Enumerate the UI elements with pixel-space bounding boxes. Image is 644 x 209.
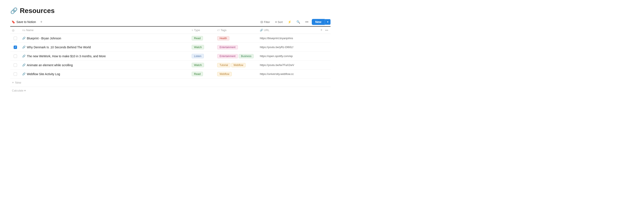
plus-icon: + xyxy=(12,81,14,84)
tags-col-icon: 🏷 xyxy=(217,29,220,32)
new-row-area: + New xyxy=(10,79,330,87)
header-check: ◎ xyxy=(10,28,20,32)
row-checkbox[interactable] xyxy=(14,45,17,49)
table-row: 🔗 Why Denmark Is .10 Seconds Behind The … xyxy=(10,43,330,52)
header-url: 🔗 URL xyxy=(258,28,318,32)
sort-icon: ≡ xyxy=(275,20,277,24)
check-circle-icon: ◎ xyxy=(12,28,14,32)
row-name-cell[interactable]: 🔗 Webflow Site Activity Log xyxy=(20,71,190,77)
calculate-label: Calculate xyxy=(12,89,24,92)
row-name: Blueprint - Bryan Johnson xyxy=(27,37,61,40)
filter-icon: ⊟ xyxy=(260,20,263,24)
header-name: Aa Name xyxy=(20,28,190,32)
new-button-group: New ▾ xyxy=(312,19,330,25)
tag-badge[interactable]: Entertainment xyxy=(217,45,238,49)
header-url-label: URL xyxy=(264,28,270,32)
type-badge[interactable]: Read xyxy=(192,72,203,76)
sort-button[interactable]: ≡ Sort xyxy=(274,19,284,24)
toolbar: 🔖 Save to Notion + ⊟ Filter ≡ Sort ⚡ 🔍 xyxy=(10,19,330,27)
link-icon: 🔗 xyxy=(22,54,26,58)
tag-badge[interactable]: Webflow xyxy=(217,72,232,76)
row-type-cell: Read xyxy=(190,35,216,42)
row-url-cell[interactable]: https://open.spotify.com/ep xyxy=(258,53,318,59)
row-checkbox[interactable] xyxy=(14,63,17,67)
add-column-button[interactable]: + xyxy=(320,28,324,32)
row-name: Animate an element while scrolling xyxy=(27,63,73,67)
type-badge[interactable]: Watch xyxy=(192,63,204,67)
row-url-cell[interactable]: https://blueprint.bryanjohns xyxy=(258,35,318,41)
header-tags: 🏷 Tags xyxy=(216,28,258,32)
row-name-cell[interactable]: 🔗 Why Denmark Is .10 Seconds Behind The … xyxy=(20,44,190,51)
toolbar-left: 🔖 Save to Notion + xyxy=(10,19,44,25)
table-header-row: ◎ Aa Name ≡ Type 🏷 Tags 🔗 URL + ••• xyxy=(10,27,330,34)
header-actions: + ••• xyxy=(318,28,330,32)
row-tags-cell: Entertainment Business xyxy=(216,53,258,60)
chevron-down-icon: ▾ xyxy=(24,89,26,92)
header-type: ≡ Type xyxy=(190,28,216,32)
new-button[interactable]: New xyxy=(312,19,325,25)
url-col-icon: 🔗 xyxy=(260,29,263,32)
table-row: 🔗 Blueprint - Bryan Johnson Read Health … xyxy=(10,34,330,43)
row-name: The new WeWork, How to make $10 in 3 mon… xyxy=(27,54,106,58)
row-checkbox-cell xyxy=(10,72,20,76)
page-header: 🔗 Resources xyxy=(10,7,330,15)
filter-label: Filter xyxy=(264,20,270,24)
save-to-notion-label: Save to Notion xyxy=(16,20,36,24)
header-name-label: Name xyxy=(26,28,34,32)
filter-button[interactable]: ⊟ Filter xyxy=(259,19,272,24)
lightning-button[interactable]: ⚡ xyxy=(286,19,293,24)
new-dropdown-button[interactable]: ▾ xyxy=(325,19,330,25)
tag-badge[interactable]: Business xyxy=(239,54,254,58)
row-tags-cell: Entertainment xyxy=(216,44,258,51)
tag-badge[interactable]: Health xyxy=(217,36,229,40)
aa-icon: Aa xyxy=(22,29,25,32)
link-icon: 🔗 xyxy=(22,72,26,76)
sort-label: Sort xyxy=(278,20,283,24)
tag-badge[interactable]: Webflow xyxy=(231,63,246,67)
header-tags-label: Tags xyxy=(221,28,226,32)
link-icon: 🔗 xyxy=(22,37,26,40)
row-name-cell[interactable]: 🔗 Animate an element while scrolling xyxy=(20,62,190,68)
type-badge[interactable]: Listen xyxy=(192,54,204,58)
type-badge[interactable]: Watch xyxy=(192,45,204,49)
table-row: 🔗 Animate an element while scrolling Wat… xyxy=(10,61,330,70)
row-checkbox-cell xyxy=(10,37,20,40)
header-type-label: Type xyxy=(194,28,200,32)
chevron-down-icon: ▾ xyxy=(327,20,328,23)
link-icon: 🔗 xyxy=(22,63,26,67)
row-name-cell[interactable]: 🔗 The new WeWork, How to make $10 in 3 m… xyxy=(20,53,190,60)
row-checkbox[interactable] xyxy=(14,54,17,58)
row-checkbox-cell xyxy=(10,54,20,58)
chain-icon: 🔗 xyxy=(10,7,18,14)
row-type-cell: Watch xyxy=(190,61,216,68)
add-view-button[interactable]: + xyxy=(39,19,44,25)
row-type-cell: Watch xyxy=(190,44,216,51)
column-more-button[interactable]: ••• xyxy=(324,28,329,32)
row-checkbox[interactable] xyxy=(14,72,17,76)
table-row: 🔗 Webflow Site Activity Log Read Webflow… xyxy=(10,70,330,79)
type-badge[interactable]: Read xyxy=(192,36,203,40)
new-row-label: New xyxy=(15,81,21,84)
more-button[interactable]: ••• xyxy=(304,19,310,24)
bookmark-icon: 🔖 xyxy=(12,20,15,24)
row-url-cell[interactable]: https://youtu.be/lw7FaX2wV xyxy=(258,62,318,68)
row-checkbox-cell xyxy=(10,63,20,67)
add-new-row-button[interactable]: + New xyxy=(10,79,23,86)
tag-badge[interactable]: Entertainment xyxy=(217,54,238,58)
row-name-cell[interactable]: 🔗 Blueprint - Bryan Johnson xyxy=(20,35,190,42)
search-icon: 🔍 xyxy=(296,20,300,24)
link-icon: 🔗 xyxy=(22,45,26,49)
ellipsis-icon: ••• xyxy=(305,20,308,24)
row-checkbox[interactable] xyxy=(14,37,17,40)
save-to-notion-button[interactable]: 🔖 Save to Notion xyxy=(10,19,37,24)
toolbar-right: ⊟ Filter ≡ Sort ⚡ 🔍 ••• New ▾ xyxy=(259,19,330,25)
row-url-cell[interactable]: https://youtu.be/yRz-Dl60Lf xyxy=(258,44,318,50)
search-button[interactable]: 🔍 xyxy=(295,19,302,24)
table: ◎ Aa Name ≡ Type 🏷 Tags 🔗 URL + ••• xyxy=(10,27,330,94)
row-url-cell[interactable]: https://university.webflow.cc xyxy=(258,71,318,77)
plus-icon: + xyxy=(40,20,42,24)
row-tags-cell: Webflow xyxy=(216,71,258,77)
tag-badge[interactable]: Tutorial xyxy=(217,63,230,67)
table-row: 🔗 The new WeWork, How to make $10 in 3 m… xyxy=(10,52,330,61)
calculate-button[interactable]: Calculate ▾ xyxy=(10,88,28,93)
